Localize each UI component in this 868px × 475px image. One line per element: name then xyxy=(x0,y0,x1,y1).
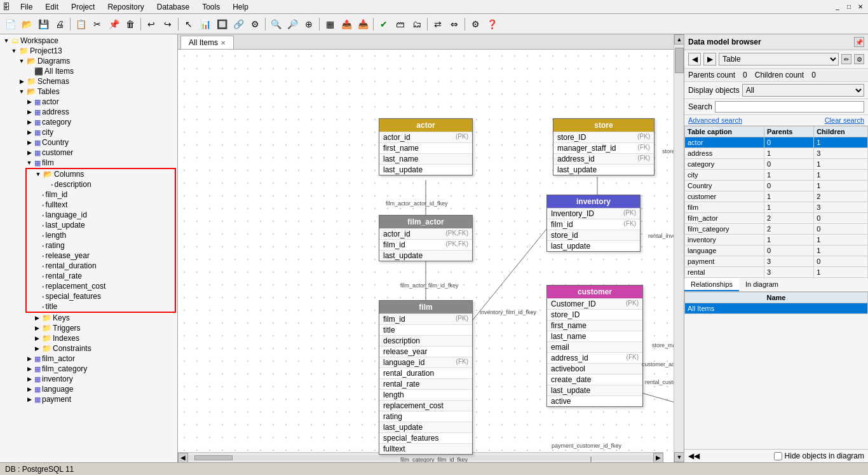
tree-col-fulltext[interactable]: ▪ fulltext xyxy=(27,200,175,210)
tb-print[interactable]: 🖨 xyxy=(52,17,67,32)
tb-table[interactable]: 📊 xyxy=(198,17,213,32)
tb-copy[interactable]: 📋 xyxy=(73,17,88,32)
tree-language[interactable]: ▶ ▦ language xyxy=(1,384,176,394)
tb-paste[interactable]: 📌 xyxy=(106,17,121,32)
tb-import[interactable]: 📥 xyxy=(355,17,370,32)
tree-diagrams[interactable]: ▼ 📂 Diagrams xyxy=(1,56,176,66)
tree-film[interactable]: ▼ ▦ film xyxy=(1,158,176,168)
tab-in-diagram[interactable]: In diagram xyxy=(739,279,785,291)
tb-link[interactable]: 🔗 xyxy=(231,17,246,32)
rp-table-row[interactable]: rental31 xyxy=(685,267,868,278)
tb-export[interactable]: 📤 xyxy=(339,17,354,32)
tree-country[interactable]: ▶ ▦ Country xyxy=(1,137,176,148)
tree-schemas[interactable]: ▶ 📁 Schemas xyxy=(1,76,176,86)
vscroll-down[interactable]: ▼ xyxy=(674,452,684,462)
hide-objects-checkbox[interactable] xyxy=(774,452,782,460)
tree-tables[interactable]: ▼ 📂 Tables xyxy=(1,86,176,97)
tb-cut[interactable]: ✂ xyxy=(90,17,105,32)
tree-col-replacement-cost[interactable]: ▪ replacement_cost xyxy=(27,281,175,291)
tree-customer[interactable]: ▶ ▦ customer xyxy=(1,148,176,158)
rp-table-row[interactable]: Country01 xyxy=(685,181,868,191)
tb-zoom-in[interactable]: 🔍 xyxy=(268,17,283,32)
menu-repository[interactable]: Repository xyxy=(105,1,146,13)
tree-project[interactable]: ▼ 📁 Project13 xyxy=(1,46,176,56)
rp-table-row[interactable]: city11 xyxy=(685,170,868,181)
tb-tools[interactable]: ⚙ xyxy=(247,17,262,32)
tree-triggers[interactable]: ▶ 📁 Triggers xyxy=(1,323,176,333)
menu-project[interactable]: Project xyxy=(69,1,97,13)
rp-edit-btn[interactable]: ✏ xyxy=(841,54,851,64)
rp-table-row[interactable]: actor01 xyxy=(685,137,868,148)
tree-workspace[interactable]: ▼ 🗂 Workspace xyxy=(1,36,176,46)
tree-col-film-id[interactable]: ▪ film_id xyxy=(27,189,175,200)
win-minimize[interactable]: _ xyxy=(832,3,843,11)
tb-help[interactable]: ❓ xyxy=(484,17,499,32)
table-film-actor[interactable]: film_actor actor_id(PK,FK) film_id(PK,FK… xyxy=(379,215,473,261)
tree-payment[interactable]: ▶ ▦ payment xyxy=(1,394,176,404)
tree-col-rating[interactable]: ▪ rating xyxy=(27,240,175,251)
advanced-search-link[interactable]: Advanced search xyxy=(688,116,742,124)
rp-table-row[interactable]: language01 xyxy=(685,245,868,256)
menu-help[interactable]: Help xyxy=(230,1,251,13)
tb-redo[interactable]: ↪ xyxy=(160,17,175,32)
tree-col-release-year[interactable]: ▪ release_year xyxy=(27,251,175,261)
search-input[interactable] xyxy=(715,101,864,113)
tree-constraints[interactable]: ▶ 📁 Constraints xyxy=(1,343,176,354)
tree-keys[interactable]: ▶ 📁 Keys xyxy=(1,313,176,323)
tree-col-length[interactable]: ▪ length xyxy=(27,230,175,240)
menu-file[interactable]: File xyxy=(18,1,35,13)
clear-search-link[interactable]: Clear search xyxy=(825,116,864,124)
rp-config-btn[interactable]: ⚙ xyxy=(854,54,864,64)
win-maximize[interactable]: □ xyxy=(844,3,854,11)
tree-inventory[interactable]: ▶ ▦ inventory xyxy=(1,374,176,384)
tb-db1[interactable]: 🗃 xyxy=(393,17,408,32)
tree-col-rental-rate[interactable]: ▪ rental_rate xyxy=(27,271,175,281)
rel-row[interactable]: All Items xyxy=(685,303,868,314)
rp-table-row[interactable]: customer12 xyxy=(685,191,868,202)
menu-edit[interactable]: Edit xyxy=(43,1,61,13)
tree-columns[interactable]: ▼ 📂 Columns xyxy=(27,169,175,179)
tree-film-actor[interactable]: ▶ ▦ film_actor xyxy=(1,354,176,364)
diagram-area[interactable]: actor actor_id(PK) first_name last_name … xyxy=(178,50,674,462)
bb-nav-left[interactable]: ◀◀ xyxy=(688,451,700,460)
table-film[interactable]: film film_id(PK) title description relea… xyxy=(379,300,473,455)
table-customer[interactable]: customer Customer_ID(PK) store_ID first_… xyxy=(546,285,643,407)
tb-zoom-out[interactable]: 🔎 xyxy=(285,17,300,32)
tree-indexes[interactable]: ▶ 📁 Indexes xyxy=(1,333,176,343)
tb-select[interactable]: ↖ xyxy=(181,17,196,32)
tb-grid[interactable]: ▦ xyxy=(322,17,337,32)
scroll-right-btn[interactable]: ▶ xyxy=(653,453,663,463)
tab-relationships[interactable]: Relationships xyxy=(684,279,739,291)
diagram-vscroll[interactable]: ▲ ▼ xyxy=(674,34,684,462)
tree-actor[interactable]: ▶ ▦ actor xyxy=(1,97,176,107)
rp-table-row[interactable]: payment30 xyxy=(685,256,868,267)
tb-save[interactable]: 💾 xyxy=(36,17,51,32)
tree-col-description[interactable]: ▪ description xyxy=(27,179,175,189)
tree-all-items[interactable]: ⬛ All Items xyxy=(1,66,176,76)
display-objects-select[interactable]: All xyxy=(742,84,864,97)
tb-settings[interactable]: ⚙ xyxy=(468,17,483,32)
tree-col-rental-duration[interactable]: ▪ rental_duration xyxy=(27,261,175,271)
nav-fwd-btn[interactable]: ▶ xyxy=(703,53,716,65)
table-actor[interactable]: actor actor_id(PK) first_name last_name … xyxy=(379,118,473,176)
rp-table-row[interactable]: category01 xyxy=(685,159,868,170)
tb-db2[interactable]: 🗂 xyxy=(409,17,424,32)
vscroll-up[interactable]: ▲ xyxy=(674,34,684,45)
tb-check[interactable]: ✔ xyxy=(376,17,391,32)
table-store[interactable]: store store_ID(PK) manager_staff_id(FK) … xyxy=(553,118,654,176)
rp-unpin-btn[interactable]: 📌 xyxy=(854,37,864,47)
scroll-left-btn[interactable]: ◀ xyxy=(178,453,188,463)
tree-col-last-update[interactable]: ▪ last_update xyxy=(27,220,175,230)
rp-table-row[interactable]: address13 xyxy=(685,148,868,159)
object-type-select[interactable]: Table xyxy=(719,53,839,65)
tree-col-language-id[interactable]: ▪ language_id xyxy=(27,210,175,220)
tree-col-special-features[interactable]: ▪ special_features xyxy=(27,291,175,301)
rp-table-row[interactable]: film13 xyxy=(685,202,868,213)
rp-table-row[interactable]: film_category20 xyxy=(685,224,868,235)
tree-category[interactable]: ▶ ▦ category xyxy=(1,117,176,127)
rp-table-row[interactable]: film_actor20 xyxy=(685,213,868,224)
tree-col-title[interactable]: ▪ title xyxy=(27,301,175,312)
tree-address[interactable]: ▶ ▦ address xyxy=(1,107,176,117)
tb-undo[interactable]: ↩ xyxy=(144,17,159,32)
tree-city[interactable]: ▶ ▦ city xyxy=(1,127,176,137)
